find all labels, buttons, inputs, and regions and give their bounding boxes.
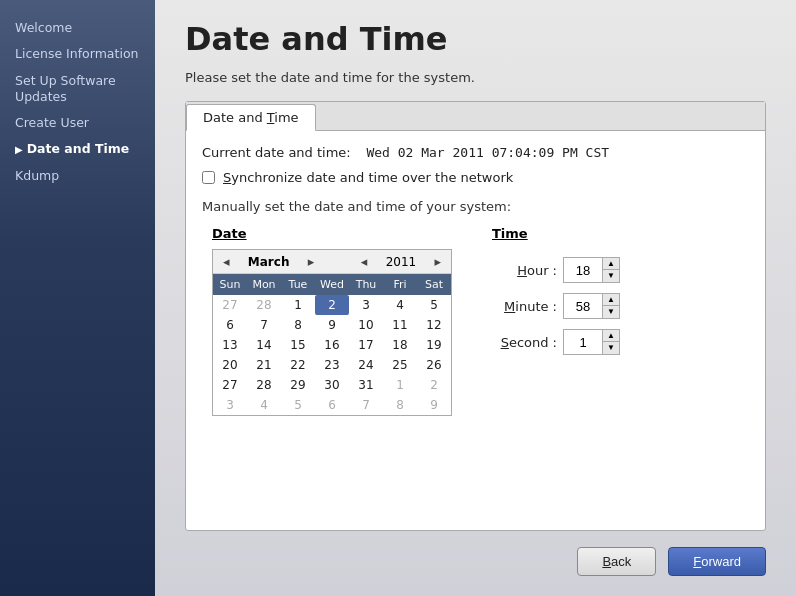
sidebar: Welcome License Information Set Up Softw…	[0, 0, 155, 596]
calendar-day[interactable]: 11	[383, 315, 417, 335]
page-title: Date and Time	[185, 20, 766, 58]
calendar-day[interactable]: 20	[213, 355, 247, 375]
calendar-day[interactable]: 26	[417, 355, 451, 375]
hour-input[interactable]	[564, 261, 602, 280]
footer: Back Forward	[185, 547, 766, 576]
hour-up-btn[interactable]: ▲	[603, 258, 619, 270]
weekday-fri: Fri	[383, 274, 417, 295]
calendar-day[interactable]: 31	[349, 375, 383, 395]
calendar-day[interactable]: 14	[247, 335, 281, 355]
calendar-day[interactable]: 7	[349, 395, 383, 415]
calendar-day[interactable]: 22	[281, 355, 315, 375]
calendar-day[interactable]: 27	[213, 375, 247, 395]
second-down-btn[interactable]: ▼	[603, 342, 619, 354]
minute-up-btn[interactable]: ▲	[603, 294, 619, 306]
sidebar-item-kdump[interactable]: Kdump	[0, 163, 155, 189]
calendar-day[interactable]: 12	[417, 315, 451, 335]
calendar-month: March	[248, 255, 290, 269]
weekday-sat: Sat	[417, 274, 451, 295]
calendar-day[interactable]: 4	[247, 395, 281, 415]
date-section-title: Date	[212, 226, 452, 241]
calendar-day[interactable]: 21	[247, 355, 281, 375]
hour-spinbox: ▲ ▼	[563, 257, 620, 283]
sync-checkbox[interactable]	[202, 171, 215, 184]
time-section-title: Time	[492, 226, 620, 241]
back-button[interactable]: Back	[577, 547, 656, 576]
sidebar-item-license[interactable]: License Information	[0, 41, 155, 67]
sync-row: Synchronize date and time over the netwo…	[202, 170, 749, 185]
calendar-day[interactable]: 29	[281, 375, 315, 395]
calendar: ◂ March ▸ ◂ 2011 ▸ Sun	[212, 249, 452, 416]
calendar-day[interactable]: 5	[417, 295, 451, 315]
calendar-day[interactable]: 3	[349, 295, 383, 315]
current-datetime-label: Current date and time:	[202, 145, 351, 160]
calendar-day[interactable]: 6	[213, 315, 247, 335]
next-year-btn[interactable]: ▸	[430, 254, 445, 269]
calendar-day[interactable]: 8	[383, 395, 417, 415]
sidebar-item-create-user[interactable]: Create User	[0, 110, 155, 136]
calendar-day[interactable]: 30	[315, 375, 349, 395]
sidebar-item-welcome[interactable]: Welcome	[0, 15, 155, 41]
second-label: Second :	[492, 335, 557, 350]
calendar-nav: ◂ March ▸ ◂ 2011 ▸	[213, 250, 451, 274]
calendar-week-1: 6789101112	[213, 315, 451, 335]
prev-month-btn[interactable]: ◂	[219, 254, 234, 269]
calendar-day[interactable]: 17	[349, 335, 383, 355]
calendar-day[interactable]: 1	[281, 295, 315, 315]
sidebar-item-date-time[interactable]: Date and Time	[0, 136, 155, 162]
calendar-day[interactable]: 6	[315, 395, 349, 415]
calendar-day[interactable]: 13	[213, 335, 247, 355]
second-input[interactable]	[564, 333, 602, 352]
calendar-day[interactable]: 15	[281, 335, 315, 355]
subtitle: Please set the date and time for the sys…	[185, 70, 766, 85]
calendar-day[interactable]: 27	[213, 295, 247, 315]
calendar-week-4: 272829303112	[213, 375, 451, 395]
second-spinbox: ▲ ▼	[563, 329, 620, 355]
next-month-btn[interactable]: ▸	[304, 254, 319, 269]
calendar-day[interactable]: 3	[213, 395, 247, 415]
second-up-btn[interactable]: ▲	[603, 330, 619, 342]
calendar-day[interactable]: 9	[315, 315, 349, 335]
calendar-day[interactable]: 4	[383, 295, 417, 315]
calendar-day[interactable]: 28	[247, 295, 281, 315]
hour-row: Hour : ▲ ▼	[492, 257, 620, 283]
calendar-day[interactable]: 2	[417, 375, 451, 395]
calendar-weekdays: Sun Mon Tue Wed Thu Fri Sat	[213, 274, 451, 295]
calendar-day[interactable]: 25	[383, 355, 417, 375]
prev-year-btn[interactable]: ◂	[357, 254, 372, 269]
calendar-day[interactable]: 16	[315, 335, 349, 355]
sync-label[interactable]: Synchronize date and time over the netwo…	[223, 170, 513, 185]
tab-header: Date and Time	[186, 102, 765, 131]
main-content: Date and Time Please set the date and ti…	[155, 0, 796, 596]
calendar-year: 2011	[386, 255, 417, 269]
calendar-day[interactable]: 23	[315, 355, 349, 375]
calendar-week-2: 13141516171819	[213, 335, 451, 355]
calendar-day[interactable]: 1	[383, 375, 417, 395]
calendar-day[interactable]: 2	[315, 295, 349, 315]
second-row: Second : ▲ ▼	[492, 329, 620, 355]
tab-date-and-time[interactable]: Date and Time	[186, 104, 316, 131]
calendar-day[interactable]: 9	[417, 395, 451, 415]
hour-label: Hour :	[492, 263, 557, 278]
minute-row: Minute : ▲ ▼	[492, 293, 620, 319]
forward-button[interactable]: Forward	[668, 547, 766, 576]
weekday-mon: Mon	[247, 274, 281, 295]
calendar-day[interactable]: 7	[247, 315, 281, 335]
calendar-day[interactable]: 18	[383, 335, 417, 355]
calendar-week-3: 20212223242526	[213, 355, 451, 375]
hour-down-btn[interactable]: ▼	[603, 270, 619, 282]
calendar-week-5: 3456789	[213, 395, 451, 415]
calendar-day[interactable]: 24	[349, 355, 383, 375]
minute-spinbox-buttons: ▲ ▼	[602, 294, 619, 318]
weekday-sun: Sun	[213, 274, 247, 295]
calendar-day[interactable]: 8	[281, 315, 315, 335]
current-datetime-value: Wed 02 Mar 2011 07:04:09 PM CST	[366, 145, 609, 160]
calendar-day[interactable]: 10	[349, 315, 383, 335]
calendar-day[interactable]: 5	[281, 395, 315, 415]
sidebar-item-software-updates[interactable]: Set Up Software Updates	[0, 68, 155, 111]
minute-input[interactable]	[564, 297, 602, 316]
calendar-day[interactable]: 19	[417, 335, 451, 355]
minute-down-btn[interactable]: ▼	[603, 306, 619, 318]
calendar-day[interactable]: 28	[247, 375, 281, 395]
time-section: Time Hour : ▲ ▼	[492, 226, 620, 416]
